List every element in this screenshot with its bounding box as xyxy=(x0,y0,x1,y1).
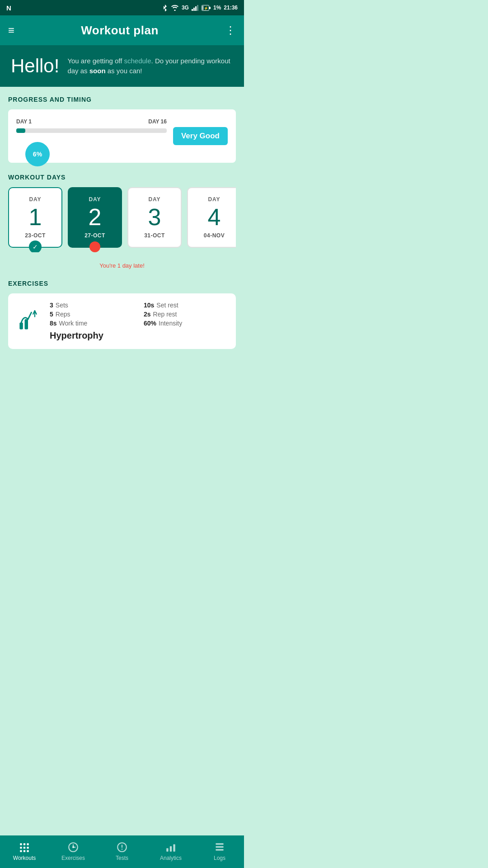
day-1-number: 1 xyxy=(14,205,57,229)
signal-icon xyxy=(192,5,199,11)
status-bar: N 3G ⚡ 1% 21:36 xyxy=(0,0,244,15)
day-4-label: DAY xyxy=(192,196,236,203)
sets-label: Sets xyxy=(56,302,68,309)
work-time-label: Work time xyxy=(59,320,88,327)
progress-percent-badge: 6% xyxy=(25,142,50,166)
day-4-date: 04-NOV xyxy=(192,232,236,239)
sets-stat: 3 Sets xyxy=(50,302,135,309)
day-start-label: DAY 1 xyxy=(16,118,32,125)
banner-message: You are getting off schedule. Do your pe… xyxy=(67,56,233,76)
day-2-label: DAY xyxy=(73,196,117,203)
work-time-value: 8s xyxy=(50,320,57,327)
rep-rest-value: 2s xyxy=(144,311,151,318)
workout-days-scroll: DAY 1 23-OCT ✓ DAY 2 27-OCT DAY 3 31-OCT xyxy=(8,187,236,252)
progress-section-title: PROGRESS AND TIMING xyxy=(8,96,236,103)
reps-value: 5 xyxy=(50,311,53,318)
banner-bold: soon xyxy=(89,67,106,75)
intensity-label: Intensity xyxy=(159,320,182,327)
exercises-title: EXERCISES xyxy=(8,280,236,287)
menu-button[interactable]: ≡ xyxy=(8,24,14,37)
network-logo: N xyxy=(6,4,11,12)
reps-label: Reps xyxy=(56,311,70,318)
banner-pre-text: You are getting off xyxy=(67,57,124,65)
svg-rect-0 xyxy=(192,9,193,11)
day-3-label: DAY xyxy=(133,196,176,203)
schedule-link[interactable]: schedule xyxy=(124,57,151,65)
workout-day-4[interactable]: DAY 4 04-NOV xyxy=(187,187,236,248)
progress-bar-wrapper: DAY 1 DAY 16 6% xyxy=(16,118,167,154)
work-time-stat: 8s Work time xyxy=(50,320,135,327)
set-rest-value: 10s xyxy=(144,302,154,309)
sets-value: 3 xyxy=(50,302,53,309)
svg-rect-1 xyxy=(193,8,195,11)
exercise-icon xyxy=(15,307,42,336)
bluetooth-icon xyxy=(162,4,168,11)
svg-text:⚡: ⚡ xyxy=(204,6,208,10)
day-1-checkmark: ✓ xyxy=(29,241,42,252)
workout-day-3[interactable]: DAY 3 31-OCT xyxy=(127,187,182,248)
exercise-card-hypertrophy[interactable]: 3 Sets 10s Set rest 5 Reps 2s Rep rest xyxy=(8,293,236,349)
battery-percent: 1% xyxy=(213,5,221,11)
late-message: You're 1 day late! xyxy=(8,262,236,269)
set-rest-stat: 10s Set rest xyxy=(144,302,229,309)
very-good-badge: Very Good xyxy=(173,127,228,145)
svg-rect-6 xyxy=(209,7,211,9)
day-3-number: 3 xyxy=(133,205,176,229)
day-2-late-dot xyxy=(89,241,100,252)
intensity-value: 60% xyxy=(144,320,156,327)
rep-rest-label: Rep rest xyxy=(153,311,177,318)
workout-days-title: WORKOUT DAYS xyxy=(8,174,236,181)
reps-stat: 5 Reps xyxy=(50,311,135,318)
set-rest-label: Set rest xyxy=(156,302,178,309)
svg-rect-2 xyxy=(195,6,197,11)
clock: 21:36 xyxy=(224,5,238,11)
exercise-stats: 3 Sets 10s Set rest 5 Reps 2s Rep rest xyxy=(50,302,229,327)
page-title: Workout plan xyxy=(81,24,159,38)
progress-card: DAY 1 DAY 16 6% Very Good xyxy=(8,109,236,163)
svg-rect-9 xyxy=(25,319,28,329)
hello-text: Hello! xyxy=(11,55,59,77)
day-2-date: 27-OCT xyxy=(73,232,117,239)
days-container: DAY 1 23-OCT ✓ DAY 2 27-OCT DAY 3 31-OCT xyxy=(8,187,236,269)
main-content: PROGRESS AND TIMING DAY 1 DAY 16 6% Very… xyxy=(0,87,244,396)
svg-rect-5 xyxy=(202,6,203,10)
rep-rest-stat: 2s Rep rest xyxy=(144,311,229,318)
svg-rect-3 xyxy=(197,5,198,11)
day-2-number: 2 xyxy=(73,205,117,229)
svg-rect-8 xyxy=(19,322,23,329)
status-bar-right: 3G ⚡ 1% 21:36 xyxy=(162,4,238,11)
battery-icon: ⚡ xyxy=(202,5,211,11)
status-bar-left: N xyxy=(6,4,11,12)
day-1-label: DAY xyxy=(14,196,57,203)
more-button[interactable]: ⋮ xyxy=(225,24,236,37)
exercise-name: Hypertrophy xyxy=(50,330,229,341)
workout-days-section: WORKOUT DAYS DAY 1 23-OCT ✓ DAY 2 27-OCT xyxy=(8,174,236,269)
day-1-date: 23-OCT xyxy=(14,232,57,239)
exercises-section: EXERCISES 3 Sets xyxy=(8,280,236,349)
banner-end: as you can! xyxy=(106,67,142,75)
intensity-stat: 60% Intensity xyxy=(144,320,229,327)
app-header: ≡ Workout plan ⋮ xyxy=(0,15,244,45)
day-end-label: DAY 16 xyxy=(148,118,167,125)
exercise-info: 3 Sets 10s Set rest 5 Reps 2s Rep rest xyxy=(50,302,229,341)
progress-fill xyxy=(16,128,25,133)
day-3-date: 31-OCT xyxy=(133,232,176,239)
day-4-number: 4 xyxy=(192,205,236,229)
greeting-banner: Hello! You are getting off schedule. Do … xyxy=(0,45,244,87)
workout-day-2[interactable]: DAY 2 27-OCT xyxy=(68,187,122,248)
wifi-icon xyxy=(171,5,179,11)
progress-bar xyxy=(16,128,167,133)
workout-day-1[interactable]: DAY 1 23-OCT ✓ xyxy=(8,187,62,248)
network-type: 3G xyxy=(182,5,189,11)
